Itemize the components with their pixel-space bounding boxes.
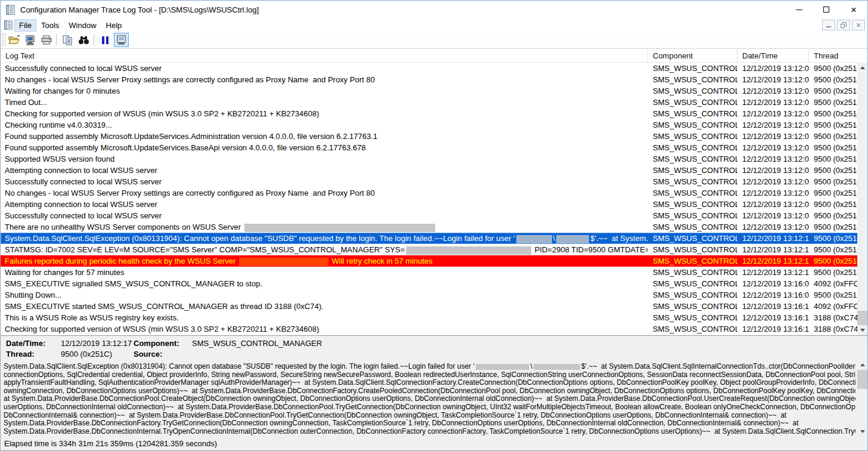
log-row[interactable]: Waiting for changes for 0 minutesSMS_WSU… bbox=[1, 85, 858, 97]
thread-cell: 9500 (0x251C) bbox=[809, 165, 858, 176]
log-row[interactable]: Found supported assembly Microsoft.Updat… bbox=[1, 131, 858, 142]
log-row[interactable]: Checking for supported version of WSUS (… bbox=[1, 108, 858, 119]
log-text-segment: Failures reported during periodic health… bbox=[5, 257, 238, 265]
log-row[interactable]: Shutting Down...SMS_WSUS_CONTROL_MA12/12… bbox=[1, 289, 858, 301]
minimize-button[interactable] bbox=[785, 1, 813, 18]
log-row[interactable]: No changes - local WSUS Server Proxy set… bbox=[1, 74, 858, 85]
datetime-cell: 12/12/2019 13:16:13 bbox=[737, 301, 809, 312]
column-header-component[interactable]: Component bbox=[648, 50, 737, 62]
scroll-up-icon[interactable] bbox=[857, 63, 867, 73]
find-button[interactable] bbox=[76, 33, 91, 47]
log-row[interactable]: Successfully connected to local WSUS ser… bbox=[1, 176, 858, 187]
log-text-cell: STATMSG: ID=7002 SEV=E LEV=M SOURCE="SMS… bbox=[1, 244, 648, 255]
app-icon bbox=[6, 5, 16, 15]
log-text-segment: Successfully connected to local WSUS ser… bbox=[5, 211, 162, 220]
detail-source-label: Source: bbox=[134, 350, 192, 359]
log-row[interactable]: Failures reported during periodic health… bbox=[1, 255, 858, 267]
log-row[interactable]: Timed Out...SMS_WSUS_CONTROL_MA12/12/201… bbox=[1, 97, 858, 108]
log-row[interactable]: Successfully connected to local WSUS ser… bbox=[1, 210, 858, 221]
error-lookup-button[interactable] bbox=[114, 33, 129, 47]
detail-line: userOptions, DbConnectionInternal oldCon… bbox=[4, 403, 855, 412]
menu-help[interactable]: Help bbox=[102, 20, 126, 31]
scrollbar-thumb[interactable] bbox=[857, 370, 867, 389]
thread-cell: 9500 (0x251C) bbox=[809, 74, 858, 85]
log-row[interactable]: Supported WSUS version foundSMS_WSUS_CON… bbox=[1, 153, 858, 165]
printer-icon bbox=[41, 35, 52, 45]
mdi-minimize-button[interactable] bbox=[822, 20, 835, 30]
datetime-cell: 12/12/2019 13:12:07 bbox=[737, 85, 809, 97]
datetime-cell: 12/12/2019 13:12:07 bbox=[737, 210, 809, 221]
mdi-restore-icon bbox=[841, 22, 847, 28]
log-text-cell: Supported WSUS version found bbox=[1, 153, 648, 165]
log-text-segment: Will retry check in 57 minutes bbox=[330, 257, 433, 265]
datetime-cell: 12/12/2019 13:12:07 bbox=[737, 153, 809, 165]
thread-cell: 3188 (0xC74) bbox=[809, 323, 858, 335]
log-row[interactable]: Successfully connected to local WSUS ser… bbox=[1, 63, 858, 74]
mdi-document-icon bbox=[4, 20, 14, 30]
log-row[interactable]: STATMSG: ID=7002 SEV=E LEV=M SOURCE="SMS… bbox=[1, 244, 858, 255]
detail-line: at System.Data.ProviderBase.DbConnection… bbox=[4, 395, 855, 403]
scroll-down-icon[interactable] bbox=[857, 427, 867, 437]
component-cell: SMS_WSUS_CONTROL_MA bbox=[648, 255, 737, 267]
log-row[interactable]: Attempting connection to local WSUS serv… bbox=[1, 199, 858, 210]
component-cell: SMS_WSUS_CONTROL_MA bbox=[648, 97, 737, 108]
thread-cell: 9500 (0x251C) bbox=[809, 108, 858, 119]
scroll-up-icon[interactable] bbox=[857, 360, 867, 370]
detail-source-value bbox=[192, 350, 867, 359]
log-row[interactable]: There are no unhealthy WSUS Server compo… bbox=[1, 221, 858, 233]
thread-cell: 9500 (0x251C) bbox=[809, 244, 858, 255]
mdi-restore-button[interactable] bbox=[837, 20, 850, 30]
log-row[interactable]: Found supported assembly Microsoft.Updat… bbox=[1, 142, 858, 153]
log-text-segment: No changes - local WSUS Server Proxy set… bbox=[5, 75, 375, 84]
mdi-close-button[interactable]: × bbox=[852, 20, 865, 30]
menu-window[interactable]: Window bbox=[64, 20, 100, 31]
open-file-button[interactable] bbox=[7, 33, 21, 47]
log-row[interactable]: SMS_EXECUTIVE signalled SMS_WSUS_CONTROL… bbox=[1, 278, 858, 289]
log-text-cell: Checking for supported version of WSUS (… bbox=[1, 108, 648, 119]
pause-button[interactable] bbox=[98, 33, 113, 47]
maximize-button[interactable] bbox=[813, 1, 840, 18]
close-button[interactable]: × bbox=[840, 1, 867, 18]
log-text-cell: Successfully connected to local WSUS ser… bbox=[1, 210, 648, 221]
datetime-cell: 12/12/2019 13:12:07 bbox=[737, 176, 809, 187]
redacted-text bbox=[476, 364, 529, 370]
log-text-segment: Successfully connected to local WSUS ser… bbox=[5, 64, 162, 73]
copy-button[interactable] bbox=[60, 33, 75, 47]
log-row[interactable]: No changes - local WSUS Server Proxy set… bbox=[1, 187, 858, 199]
column-header-datetime[interactable]: Date/Time bbox=[737, 50, 809, 62]
menu-file[interactable]: File bbox=[15, 20, 36, 31]
open-remote-button[interactable] bbox=[23, 33, 38, 47]
toolbar-gripper[interactable] bbox=[2, 33, 5, 47]
scroll-down-icon[interactable] bbox=[857, 325, 867, 335]
menu-tools[interactable]: Tools bbox=[37, 20, 63, 31]
open-folder-icon bbox=[8, 35, 20, 45]
datetime-cell: 12/12/2019 13:16:13 bbox=[737, 312, 809, 323]
datetime-cell: 12/12/2019 13:16:06 bbox=[737, 278, 809, 289]
datetime-cell: 12/12/2019 13:12:07 bbox=[737, 165, 809, 176]
log-row[interactable]: SMS_EXECUTIVE started SMS_WSUS_CONTROL_M… bbox=[1, 301, 858, 312]
detail-scrollbar[interactable] bbox=[857, 360, 867, 437]
print-button[interactable] bbox=[39, 33, 54, 47]
log-text-segment: Successfully connected to local WSUS ser… bbox=[5, 177, 162, 186]
component-cell: SMS_WSUS_CONTROL_MA bbox=[648, 278, 737, 289]
column-header-log-text[interactable]: Log Text bbox=[1, 50, 648, 62]
status-bar: Elapsed time is 334h 31m 21s 359ms (1204… bbox=[1, 436, 867, 450]
log-row[interactable]: Checking for supported version of WSUS (… bbox=[1, 323, 858, 335]
log-scrollbar[interactable] bbox=[857, 63, 867, 335]
detail-datetime-label: Date/Time: bbox=[6, 339, 61, 348]
log-row[interactable]: Attempting connection to local WSUS serv… bbox=[1, 165, 858, 176]
log-row[interactable]: System.Data.SqlClient.SqlException (0x80… bbox=[1, 233, 858, 244]
scrollbar-thumb[interactable] bbox=[857, 311, 867, 325]
component-cell: SMS_WSUS_CONTROL_MA bbox=[648, 199, 737, 210]
log-text-cell: Checking runtime v4.0.30319... bbox=[1, 119, 648, 131]
log-row[interactable]: Checking runtime v4.0.30319...SMS_WSUS_C… bbox=[1, 119, 858, 131]
detail-datetime-value: 12/12/2019 13:12:17 bbox=[61, 339, 134, 348]
thread-cell: 9500 (0x251C) bbox=[809, 233, 858, 244]
column-header-thread[interactable]: Thread bbox=[809, 50, 858, 62]
datetime-cell: 12/12/2019 13:12:07 bbox=[737, 221, 809, 233]
log-text-cell: Failures reported during periodic health… bbox=[1, 255, 648, 267]
log-row[interactable]: Waiting for changes for 57 minutesSMS_WS… bbox=[1, 267, 858, 278]
log-row[interactable]: This is a WSUS Role as WSUS registry key… bbox=[1, 312, 858, 323]
thread-cell: 9500 (0x251C) bbox=[809, 85, 858, 97]
log-list: Successfully connected to local WSUS ser… bbox=[1, 63, 858, 335]
